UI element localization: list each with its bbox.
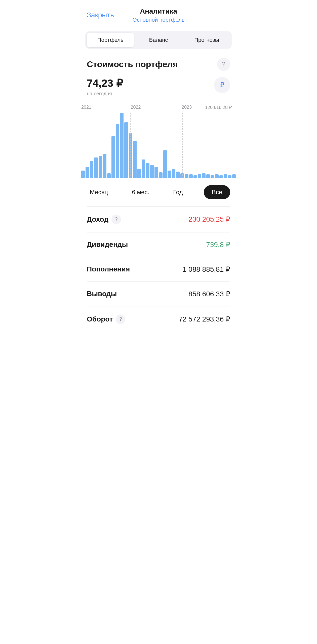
stat-label-turnover-text: Оборот bbox=[87, 315, 113, 323]
chart-bar bbox=[176, 172, 180, 178]
chart-bar bbox=[86, 167, 89, 178]
turnover-help-button[interactable]: ? bbox=[116, 314, 125, 324]
chart-bar bbox=[232, 174, 236, 178]
portfolio-section-header: Стоимость портфеля ? bbox=[79, 49, 238, 71]
chart-bar bbox=[211, 175, 214, 178]
stat-row-withdrawals: Выводы 858 606,33 ₽ bbox=[79, 282, 238, 306]
stat-label-topups-text: Пополнения bbox=[87, 265, 130, 273]
portfolio-value-row: 74,23 ₽ на сегодня ₽ bbox=[79, 71, 238, 97]
chart-bar bbox=[116, 124, 119, 178]
stat-label-dividends-text: Дивиденды bbox=[87, 240, 128, 249]
chart-bar bbox=[193, 175, 197, 178]
chart-bar bbox=[150, 165, 154, 178]
filter-year[interactable]: Год bbox=[170, 187, 186, 198]
chart-bar bbox=[206, 174, 210, 178]
stat-value-topups: 1 088 885,81 ₽ bbox=[183, 265, 230, 273]
portfolio-amount: 74,23 ₽ bbox=[87, 77, 123, 89]
portfolio-help-button[interactable]: ? bbox=[217, 58, 230, 71]
year-label-2022: 2022 bbox=[131, 105, 141, 110]
portfolio-section-title: Стоимость портфеля bbox=[87, 59, 178, 69]
divider-5 bbox=[87, 332, 230, 332]
time-filter-bar: Месяц 6 мес. Год Все bbox=[79, 178, 238, 206]
chart-bar bbox=[189, 174, 193, 178]
stat-value-income: 230 205,25 ₽ bbox=[188, 215, 230, 223]
chart-bar bbox=[94, 157, 98, 178]
year-label-2021: 2021 bbox=[81, 105, 91, 110]
stat-row-dividends: Дивиденды 739,8 ₽ bbox=[79, 232, 238, 257]
chart-year-labels: 2021 2022 2023 120 618,28 ₽ bbox=[81, 105, 236, 113]
stat-value-dividends: 739,8 ₽ bbox=[206, 240, 230, 249]
portfolio-value-group: 74,23 ₽ на сегодня bbox=[87, 77, 123, 97]
tab-forecasts[interactable]: Прогнозы bbox=[183, 33, 230, 47]
header-center: Аналитика Основной портфель bbox=[133, 7, 185, 23]
filter-month[interactable]: Месяц bbox=[87, 187, 111, 198]
currency-toggle-button[interactable]: ₽ bbox=[214, 77, 230, 93]
chart-bars bbox=[79, 113, 238, 178]
tabs-bar: Портфель Баланс Прогнозы bbox=[85, 31, 232, 49]
chart-max-value: 120 618,28 ₽ bbox=[205, 105, 232, 110]
chart-bar bbox=[154, 167, 158, 178]
stat-row-topups: Пополнения 1 088 885,81 ₽ bbox=[79, 257, 238, 281]
stat-label-income-text: Доход bbox=[87, 215, 108, 223]
chart-bar bbox=[107, 173, 111, 178]
stat-label-turnover: Оборот ? bbox=[87, 314, 125, 324]
chart-bar bbox=[202, 173, 206, 178]
income-help-button[interactable]: ? bbox=[111, 215, 121, 224]
close-button[interactable]: Закрыть bbox=[87, 11, 114, 19]
chart-bar bbox=[146, 163, 149, 178]
portfolio-name: Основной портфель bbox=[133, 17, 185, 23]
chart-divider-2022 bbox=[130, 113, 131, 178]
chart-divider-2023 bbox=[182, 113, 183, 178]
chart-bar bbox=[103, 154, 106, 178]
filter-all[interactable]: Все bbox=[204, 185, 230, 199]
tab-portfolio[interactable]: Портфель bbox=[87, 33, 134, 47]
chart-bar bbox=[198, 174, 201, 178]
chart-bar bbox=[111, 136, 115, 178]
stat-label-withdrawals-text: Выводы bbox=[87, 290, 117, 298]
portfolio-date: на сегодня bbox=[87, 91, 123, 97]
chart-bar bbox=[172, 169, 175, 178]
chart-bar bbox=[142, 159, 145, 178]
filter-6months[interactable]: 6 мес. bbox=[129, 187, 152, 198]
stat-row-turnover: Оборот ? 72 572 293,36 ₽ bbox=[79, 306, 238, 332]
year-label-2023: 2023 bbox=[182, 105, 192, 110]
header: Закрыть Аналитика Основной портфель bbox=[79, 0, 238, 27]
chart-bar bbox=[81, 171, 85, 178]
stat-label-withdrawals: Выводы bbox=[87, 290, 117, 298]
chart-bar bbox=[219, 175, 223, 178]
stat-label-topups: Пополнения bbox=[87, 265, 130, 273]
chart-bar bbox=[168, 171, 171, 178]
chart-bar bbox=[163, 150, 167, 178]
chart-bar bbox=[133, 141, 137, 178]
stat-label-income: Доход ? bbox=[87, 215, 121, 224]
chart-bar bbox=[129, 133, 132, 178]
stat-label-dividends: Дивиденды bbox=[87, 240, 128, 249]
portfolio-chart: 2021 2022 2023 120 618,28 ₽ bbox=[79, 102, 238, 178]
tab-balance[interactable]: Баланс bbox=[135, 33, 182, 47]
chart-bar bbox=[124, 122, 128, 178]
chart-bar bbox=[99, 156, 102, 178]
stats-list: Доход ? 230 205,25 ₽ Дивиденды 739,8 ₽ П… bbox=[79, 206, 238, 332]
chart-bar bbox=[185, 174, 188, 178]
chart-bar bbox=[137, 169, 141, 178]
stat-row-income: Доход ? 230 205,25 ₽ bbox=[79, 207, 238, 232]
chart-bar bbox=[215, 174, 218, 178]
stat-value-turnover: 72 572 293,36 ₽ bbox=[179, 315, 230, 323]
stat-value-withdrawals: 858 606,33 ₽ bbox=[188, 290, 230, 298]
chart-bar bbox=[228, 175, 231, 178]
page-title: Аналитика bbox=[133, 7, 185, 16]
chart-bar bbox=[159, 172, 163, 178]
chart-bar bbox=[224, 174, 227, 178]
chart-bar bbox=[120, 113, 124, 178]
chart-bar bbox=[90, 161, 93, 178]
